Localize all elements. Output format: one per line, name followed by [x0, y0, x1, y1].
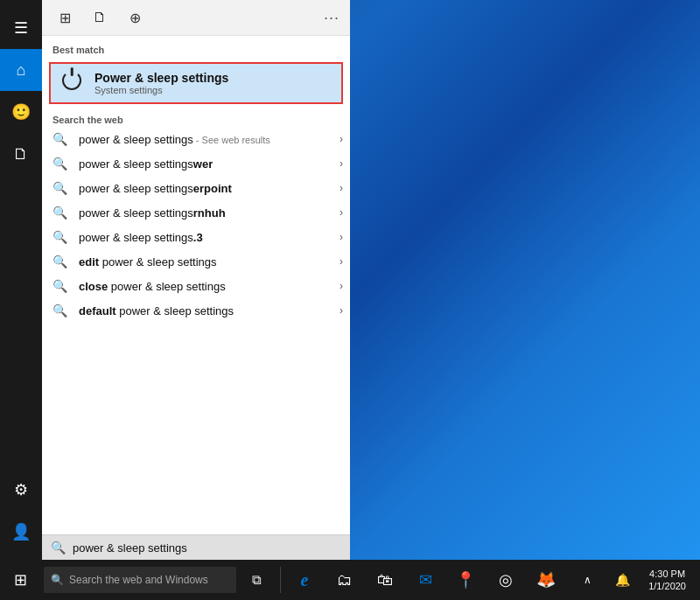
taskbar-search-icon: 🔍 — [51, 574, 64, 586]
search-icon: 🔍 — [52, 157, 72, 171]
toolbar-grid-icon[interactable]: ⊞ — [52, 5, 77, 30]
chevron-right-icon: › — [340, 231, 343, 243]
clock-time: 4:30 PM — [648, 568, 686, 580]
toolbar: ⊞ 🗋 ⊕ ··· — [42, 0, 350, 36]
start-menu: ☰ ⌂ 🙂 🗋 ⚙ 👤 ⊞ 🗋 ⊕ ··· Best match — [0, 0, 350, 560]
task-view-button[interactable]: ⧉ — [236, 560, 276, 600]
chevron-right-icon: › — [340, 280, 343, 292]
web-search-header: Search the web — [42, 108, 350, 127]
clock-date: 1/1/2020 — [648, 580, 686, 592]
result-text: default power & sleep settings — [79, 304, 336, 317]
search-icon: 🔍 — [52, 279, 72, 293]
edge-taskbar-icon[interactable]: e — [284, 560, 325, 600]
list-item[interactable]: 🔍 default power & sleep settings › — [42, 298, 350, 323]
power-icon — [60, 71, 84, 95]
sidebar-settings[interactable]: ⚙ — [0, 469, 42, 511]
store-taskbar-icon[interactable]: 🛍 — [365, 560, 405, 600]
result-text: edit power & sleep settings — [79, 255, 336, 269]
toolbar-globe-icon[interactable]: ⊕ — [122, 5, 147, 30]
taskbar-search-label: Search the web and Windows — [69, 574, 208, 586]
search-icon: 🔍 — [52, 206, 72, 220]
notification-icon[interactable]: 🔔 — [606, 560, 638, 600]
result-text: power & sleep settingswer — [79, 157, 336, 171]
chevron-right-icon: › — [340, 157, 343, 170]
maps-taskbar-icon[interactable]: 📍 — [445, 560, 486, 600]
search-icon: 🔍 — [52, 132, 72, 146]
chevron-right-icon: › — [340, 182, 343, 194]
chrome-taskbar-icon[interactable]: ◎ — [486, 560, 526, 600]
search-input[interactable] — [73, 541, 341, 555]
search-bar-icon: 🔍 — [51, 541, 66, 555]
chevron-right-icon: › — [340, 304, 343, 317]
best-match-text: Power & sleep settings System settings — [94, 71, 228, 95]
chevron-right-icon: › — [340, 255, 343, 268]
chevron-right-icon: › — [340, 206, 343, 219]
result-text: power & sleep settings.3 — [79, 231, 336, 244]
file-explorer-taskbar-icon[interactable]: 🗂 — [325, 560, 365, 600]
search-icon: 🔍 — [52, 230, 72, 244]
mail-taskbar-icon[interactable]: ✉ — [405, 560, 445, 600]
best-match-item[interactable]: Power & sleep settings System settings — [49, 62, 343, 104]
list-item[interactable]: 🔍 power & sleep settingswer › — [42, 151, 350, 176]
sidebar-document[interactable]: 🗋 — [0, 133, 42, 175]
start-menu-sidebar: ☰ ⌂ 🙂 🗋 ⚙ 👤 — [0, 0, 42, 560]
results-area: Best match Power & sleep settings System… — [42, 36, 350, 534]
firefox-taskbar-icon[interactable]: 🦊 — [526, 560, 566, 600]
taskbar-clock: 4:30 PM 1/1/2020 — [641, 568, 693, 593]
result-text: power & sleep settings - See web results — [79, 133, 336, 146]
result-text: power & sleep settingsrnhuh — [79, 206, 336, 220]
start-button[interactable]: ⊞ — [0, 560, 40, 600]
list-item[interactable]: 🔍 power & sleep settingserpoint › — [42, 176, 350, 200]
result-text: close power & sleep settings — [79, 280, 336, 293]
taskbar-right-area: ∧ 🔔 4:30 PM 1/1/2020 — [571, 560, 700, 600]
chevron-right-icon: › — [340, 133, 343, 145]
sidebar-home[interactable]: ⌂ — [0, 49, 42, 91]
content-panel: ⊞ 🗋 ⊕ ··· Best match Power & sleep setti… — [42, 0, 350, 560]
toolbar-more-button[interactable]: ··· — [324, 9, 340, 27]
best-match-title: Power & sleep settings — [94, 71, 228, 85]
taskbar: ⊞ 🔍 Search the web and Windows ⧉ e 🗂 🛍 ✉… — [0, 560, 700, 600]
search-icon: 🔍 — [52, 181, 72, 195]
best-match-subtitle: System settings — [94, 85, 228, 95]
search-icon: 🔍 — [52, 255, 72, 269]
sidebar-user[interactable]: 👤 — [0, 511, 42, 553]
taskbar-search-box[interactable]: 🔍 Search the web and Windows — [44, 567, 236, 593]
list-item[interactable]: 🔍 close power & sleep settings › — [42, 274, 350, 298]
list-item[interactable]: 🔍 power & sleep settings.3 › — [42, 225, 350, 249]
sidebar-photo[interactable]: 🙂 — [0, 91, 42, 133]
taskbar-divider — [280, 567, 281, 593]
list-item[interactable]: 🔍 power & sleep settings - See web resul… — [42, 127, 350, 151]
search-icon: 🔍 — [52, 303, 72, 317]
chevron-up-icon[interactable]: ∧ — [571, 560, 603, 600]
sidebar-hamburger[interactable]: ☰ — [0, 7, 42, 49]
toolbar-document-icon[interactable]: 🗋 — [88, 5, 112, 30]
best-match-header: Best match — [42, 36, 350, 59]
list-item[interactable]: 🔍 power & sleep settingsrnhuh › — [42, 200, 350, 225]
list-item[interactable]: 🔍 edit power & sleep settings › — [42, 249, 350, 274]
search-bar[interactable]: 🔍 — [42, 534, 350, 560]
result-text: power & sleep settingserpoint — [79, 182, 336, 195]
